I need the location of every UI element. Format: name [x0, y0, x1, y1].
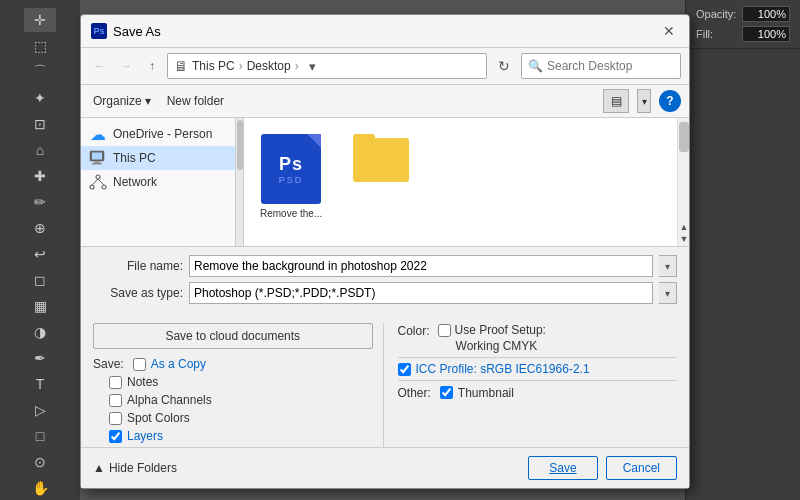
- brush-tool-icon[interactable]: ✏: [24, 190, 56, 214]
- use-proof-label: Use Proof Setup:: [455, 323, 546, 337]
- svg-line-7: [92, 179, 98, 185]
- hand-tool-icon[interactable]: ✋: [24, 476, 56, 500]
- crop-tool-icon[interactable]: ⊡: [24, 112, 56, 136]
- thumbnail-checkbox[interactable]: [440, 386, 453, 399]
- filename-dropdown-button[interactable]: ▾: [659, 255, 677, 277]
- file-area: Ps PSD Remove the...: [244, 118, 677, 246]
- computer-icon: [89, 150, 107, 166]
- icc-profile-label[interactable]: ICC Profile: sRGB IEC61966-2.1: [416, 362, 590, 376]
- alpha-channels-checkbox[interactable]: [109, 394, 122, 407]
- right-panel-top: Opacity: Fill:: [686, 0, 800, 49]
- svg-point-6: [102, 185, 106, 189]
- sidebar-scrollbar[interactable]: [236, 118, 244, 246]
- opacity-input[interactable]: [742, 6, 790, 22]
- file-browser-scrollbar[interactable]: ▲ ▼: [677, 118, 689, 246]
- as-copy-checkbox[interactable]: [133, 358, 146, 371]
- organize-button[interactable]: Organize ▾: [89, 92, 155, 110]
- zoom-tool-icon[interactable]: ⊙: [24, 450, 56, 474]
- svg-line-8: [98, 179, 104, 185]
- right-panel: Opacity: Fill:: [685, 0, 800, 500]
- notes-label: Notes: [127, 375, 158, 389]
- filename-row: File name: ▾: [93, 255, 677, 277]
- sidebar-item-onedrive[interactable]: ☁ OneDrive - Person: [81, 122, 235, 146]
- action-buttons: Save Cancel: [528, 456, 677, 480]
- alpha-channels-label: Alpha Channels: [127, 393, 212, 407]
- gradient-tool-icon[interactable]: ▦: [24, 294, 56, 318]
- close-button[interactable]: ✕: [659, 21, 679, 41]
- cancel-button[interactable]: Cancel: [606, 456, 677, 480]
- options-left: Save to cloud documents Save: As a Copy …: [93, 323, 383, 447]
- file-item-psd[interactable]: Ps PSD Remove the...: [256, 130, 326, 223]
- svg-point-4: [96, 175, 100, 179]
- lasso-tool-icon[interactable]: ⌒: [24, 60, 56, 84]
- eyedropper-icon[interactable]: ⌂: [24, 138, 56, 162]
- dialog-title: Save As: [113, 24, 161, 39]
- folder-icon: [353, 134, 409, 182]
- nav-bar: ← → ↑ 🖥 This PC › Desktop › ▾ ↻ 🔍: [81, 48, 689, 85]
- file-browser: Ps PSD Remove the...: [244, 118, 677, 246]
- breadcrumb-dropdown-button[interactable]: ▾: [303, 56, 323, 76]
- eraser-tool-icon[interactable]: ◻: [24, 268, 56, 292]
- filename-label: File name:: [93, 259, 183, 273]
- filename-input[interactable]: [189, 255, 653, 277]
- pen-tool-icon[interactable]: ✒: [24, 346, 56, 370]
- breadcrumb-desktop: Desktop: [247, 59, 291, 73]
- save-button[interactable]: Save: [528, 456, 597, 480]
- file-item-folder[interactable]: [346, 130, 416, 190]
- type-tool-icon[interactable]: T: [24, 372, 56, 396]
- breadcrumb-this-pc: This PC: [192, 59, 235, 73]
- savetype-row: Save as type: ▾: [93, 282, 677, 304]
- use-proof-checkbox[interactable]: [438, 324, 451, 337]
- breadcrumb[interactable]: 🖥 This PC › Desktop › ▾: [167, 53, 487, 79]
- search-input[interactable]: [547, 59, 674, 73]
- sidebar-item-this-pc[interactable]: This PC: [81, 146, 235, 170]
- save-to-cloud-button[interactable]: Save to cloud documents: [93, 323, 373, 349]
- ps-icon: Ps: [91, 23, 107, 39]
- view-button[interactable]: ▤: [603, 89, 629, 113]
- dialog-titlebar: Ps Save As ✕: [81, 15, 689, 48]
- opacity-label: Opacity:: [696, 8, 736, 20]
- as-copy-label[interactable]: As a Copy: [151, 357, 206, 371]
- notes-checkbox[interactable]: [109, 376, 122, 389]
- magic-wand-icon[interactable]: ✦: [24, 86, 56, 110]
- up-button[interactable]: ↑: [141, 55, 163, 77]
- save-as-dialog: Ps Save As ✕ ← → ↑ 🖥 This PC › Desktop ›…: [80, 14, 690, 489]
- scroll-down-arrow[interactable]: ▼: [679, 234, 689, 244]
- dodge-tool-icon[interactable]: ◑: [24, 320, 56, 344]
- savetype-dropdown-button[interactable]: ▾: [659, 282, 677, 304]
- shape-tool-icon[interactable]: □: [24, 424, 56, 448]
- browser-scroll-thumb: [679, 122, 689, 152]
- svg-rect-1: [92, 153, 102, 160]
- refresh-button[interactable]: ↻: [491, 53, 517, 79]
- back-button[interactable]: ←: [89, 55, 111, 77]
- thumbnail-row: Other: Thumbnail: [398, 385, 678, 400]
- layers-checkbox[interactable]: [109, 430, 122, 443]
- savetype-input[interactable]: [189, 282, 653, 304]
- history-brush-icon[interactable]: ↩: [24, 242, 56, 266]
- options-right: Color: Use Proof Setup: Working CMYK ICC…: [383, 323, 678, 447]
- stamp-tool-icon[interactable]: ⊕: [24, 216, 56, 240]
- select-tool-icon[interactable]: ⬚: [24, 34, 56, 58]
- alpha-channels-row: Alpha Channels: [93, 393, 373, 407]
- scroll-up-arrow[interactable]: ▲: [679, 222, 689, 232]
- network-icon: [89, 174, 107, 190]
- move-tool-icon[interactable]: ✛: [24, 8, 56, 32]
- new-folder-button[interactable]: New folder: [163, 92, 228, 110]
- sidebar-scroll-thumb: [237, 120, 243, 170]
- fill-input[interactable]: [742, 26, 790, 42]
- icc-profile-checkbox[interactable]: [398, 363, 411, 376]
- healing-brush-icon[interactable]: ✚: [24, 164, 56, 188]
- spot-colors-checkbox[interactable]: [109, 412, 122, 425]
- layers-label[interactable]: Layers: [127, 429, 163, 443]
- sidebar-item-network[interactable]: Network: [81, 170, 235, 194]
- help-button[interactable]: ?: [659, 90, 681, 112]
- svg-point-5: [90, 185, 94, 189]
- hide-folders-button[interactable]: ▲ Hide Folders: [93, 461, 177, 475]
- forward-button[interactable]: →: [115, 55, 137, 77]
- path-select-icon[interactable]: ▷: [24, 398, 56, 422]
- spot-colors-label: Spot Colors: [127, 411, 190, 425]
- search-bar: 🔍: [521, 53, 681, 79]
- working-cmyk-label: Working CMYK: [438, 339, 546, 353]
- thumbnail-label: Thumbnail: [458, 386, 514, 400]
- view-dropdown-button[interactable]: ▾: [637, 89, 651, 113]
